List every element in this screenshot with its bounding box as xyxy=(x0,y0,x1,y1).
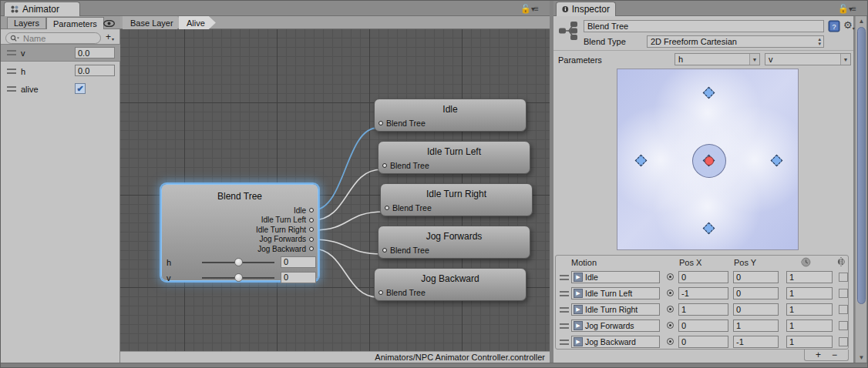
slider-value[interactable]: 0 xyxy=(281,256,316,268)
connector-dot-icon[interactable] xyxy=(309,227,314,232)
remove-motion-button[interactable]: − xyxy=(832,351,837,359)
node-input[interactable]: Blend Tree xyxy=(382,161,429,170)
drag-handle-icon[interactable] xyxy=(560,291,569,296)
pos-y-field[interactable] xyxy=(733,303,779,316)
motion-object-field[interactable]: ▶ Idle xyxy=(571,271,660,283)
output-idle-turn-left[interactable]: Idle Turn Left xyxy=(256,216,314,226)
add-motion-button[interactable]: + xyxy=(816,351,821,359)
motion-row-idle-turn-left[interactable]: ▶ Idle Turn Left xyxy=(556,286,848,302)
blend-tree-node[interactable]: Blend Tree Idle Idle Turn Left Idle Turn… xyxy=(161,184,318,281)
pos-x-field[interactable] xyxy=(678,287,728,299)
blend-point-idle-turn-right[interactable] xyxy=(771,155,783,167)
connector-dot-icon[interactable] xyxy=(309,237,314,242)
mirror-checkbox[interactable] xyxy=(839,305,848,314)
drag-handle-icon[interactable] xyxy=(560,323,569,329)
node-input[interactable]: Blend Tree xyxy=(382,246,429,255)
gear-icon[interactable]: ⚙▾ xyxy=(843,19,855,31)
speed-field[interactable] xyxy=(786,336,833,348)
connector-dot-icon[interactable] xyxy=(382,248,387,253)
motion-row-idle[interactable]: ▶ Idle xyxy=(556,269,848,286)
motion-row-jog-backward[interactable]: ▶ Jog Backward xyxy=(556,334,848,350)
slider-knob[interactable] xyxy=(234,258,243,266)
slider-knob[interactable] xyxy=(234,273,243,282)
object-picker-icon[interactable] xyxy=(667,322,674,329)
pos-y-field[interactable] xyxy=(733,271,779,283)
inspector-window-tab[interactable]: Inspector xyxy=(556,2,616,16)
object-picker-icon[interactable] xyxy=(667,306,674,313)
blend-point-idle-turn-left[interactable] xyxy=(635,155,648,167)
drag-handle-icon[interactable] xyxy=(560,340,569,345)
motion-row-idle-turn-right[interactable]: ▶ Idle Turn Right xyxy=(556,302,848,318)
output-idle[interactable]: Idle xyxy=(256,206,314,216)
drag-handle-icon[interactable] xyxy=(7,50,16,55)
inspector-scrollbar[interactable]: ▲ ▼ xyxy=(855,16,866,363)
parameter-row-v[interactable]: v xyxy=(1,44,120,62)
slider-track[interactable] xyxy=(202,262,274,263)
node-input[interactable]: Blend Tree xyxy=(385,203,432,212)
scroll-down-icon[interactable]: ▼ xyxy=(856,353,867,363)
pos-x-field[interactable] xyxy=(678,271,728,283)
parameter-row-alive[interactable]: alive ✔ xyxy=(1,80,120,98)
speed-field[interactable] xyxy=(786,287,833,299)
drag-handle-icon[interactable] xyxy=(560,307,569,313)
object-picker-icon[interactable] xyxy=(667,338,674,345)
parameter-value-field[interactable] xyxy=(75,65,115,76)
motion-row-jog-forwards[interactable]: ▶ Jog Forwards xyxy=(556,318,848,334)
node-idle-turn-left[interactable]: Idle Turn Left Blend Tree xyxy=(378,141,530,174)
drag-handle-icon[interactable] xyxy=(560,275,569,280)
object-picker-icon[interactable] xyxy=(667,273,674,280)
pos-y-field[interactable] xyxy=(733,319,779,332)
speed-field[interactable] xyxy=(786,303,833,316)
connector-dot-icon[interactable] xyxy=(378,121,383,125)
blend-space-2d-view[interactable] xyxy=(617,69,799,250)
parameter-checkbox-checked[interactable]: ✔ xyxy=(75,83,86,94)
lock-icon[interactable]: 🔓 xyxy=(520,4,531,14)
param-y-dropdown[interactable]: v ▼ xyxy=(765,53,851,65)
blend-point-jog-forwards[interactable] xyxy=(703,87,715,99)
pos-x-field[interactable] xyxy=(678,336,728,348)
node-idle-turn-right[interactable]: Idle Turn Right Blend Tree xyxy=(380,183,533,216)
object-picker-icon[interactable] xyxy=(667,289,674,296)
drag-handle-icon[interactable] xyxy=(7,86,16,92)
node-jog-backward[interactable]: Jog Backward Blend Tree xyxy=(374,268,527,301)
speed-field[interactable] xyxy=(786,319,833,332)
breadcrumb-base-layer[interactable]: Base Layer xyxy=(123,16,184,29)
speed-field[interactable] xyxy=(786,271,833,283)
slider-value[interactable]: 0 xyxy=(281,272,316,283)
tab-layers[interactable]: Layers xyxy=(7,17,46,29)
tab-parameters[interactable]: Parameters xyxy=(46,17,104,30)
animator-graph-canvas[interactable]: Blend Tree Idle Idle Turn Left Idle Turn… xyxy=(120,29,550,351)
output-jog-backward[interactable]: Jog Backward xyxy=(256,244,314,254)
pos-y-field[interactable] xyxy=(733,287,779,299)
scrollbar-thumb[interactable] xyxy=(857,27,866,304)
node-idle[interactable]: Idle Blend Tree xyxy=(374,99,527,132)
eye-icon[interactable] xyxy=(103,20,115,27)
blend-current-sample-point[interactable] xyxy=(705,156,714,166)
lock-icon[interactable]: 🔓 xyxy=(838,4,849,14)
add-parameter-button[interactable]: + xyxy=(106,33,111,41)
blend-type-dropdown[interactable]: 2D Freeform Cartesian ▴▾ xyxy=(647,35,824,48)
parameter-row-h[interactable]: h xyxy=(1,62,120,80)
motion-object-field[interactable]: ▶ Jog Forwards xyxy=(571,319,660,332)
blend-point-jog-backward[interactable] xyxy=(703,222,715,235)
mirror-checkbox[interactable] xyxy=(839,321,848,330)
node-input[interactable]: Blend Tree xyxy=(378,288,426,297)
connector-dot-icon[interactable] xyxy=(385,206,389,210)
animator-window-tab[interactable]: Animator xyxy=(4,2,80,16)
pos-x-field[interactable] xyxy=(678,303,728,316)
connector-dot-icon[interactable] xyxy=(378,290,383,295)
connector-dot-icon[interactable] xyxy=(382,163,387,168)
output-idle-turn-right[interactable]: Idle Turn Right xyxy=(256,225,314,235)
motion-object-field[interactable]: ▶ Idle Turn Left xyxy=(571,287,660,299)
connector-dot-icon[interactable] xyxy=(309,246,314,251)
connector-dot-icon[interactable] xyxy=(309,218,314,222)
parameter-search[interactable] xyxy=(5,32,101,44)
mirror-checkbox[interactable] xyxy=(839,337,848,346)
blend-tree-name-field[interactable] xyxy=(584,20,824,32)
mirror-checkbox[interactable] xyxy=(839,273,848,282)
pos-y-field[interactable] xyxy=(733,336,779,348)
parameter-value-field[interactable] xyxy=(75,47,115,59)
search-input[interactable] xyxy=(22,33,87,44)
connector-dot-icon[interactable] xyxy=(309,208,314,212)
help-icon[interactable]: ? xyxy=(828,20,840,32)
